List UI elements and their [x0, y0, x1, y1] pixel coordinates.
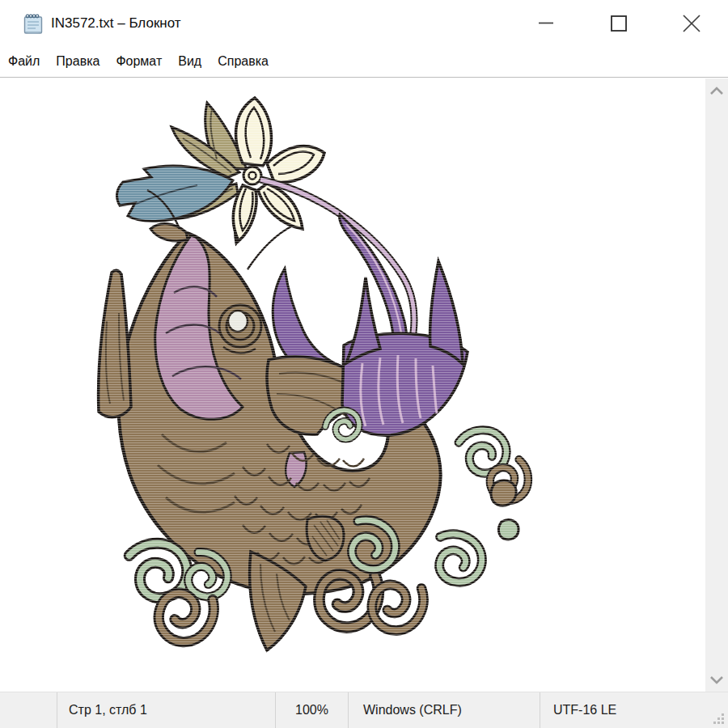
status-spacer: [0, 692, 57, 728]
window-controls: [510, 0, 728, 46]
status-line-ending-segment: Windows (CRLF): [348, 692, 540, 728]
menu-file[interactable]: Файл: [8, 54, 48, 69]
title-bar: IN3572.txt – Блокнот: [0, 0, 728, 46]
chevron-up-icon: [709, 87, 724, 95]
close-button[interactable]: [655, 0, 728, 46]
line-ending: Windows (CRLF): [363, 703, 462, 717]
notepad-window: IN3572.txt – Блокнот Файл Правка Формат …: [0, 0, 728, 728]
status-zoom-segment: 100%: [275, 692, 348, 728]
minimize-button[interactable]: [510, 0, 582, 46]
scroll-up-button[interactable]: [705, 80, 728, 101]
scanline-texture: [77, 83, 550, 688]
close-icon: [682, 14, 701, 33]
menu-help[interactable]: Справка: [210, 54, 277, 69]
chevron-down-icon: [709, 675, 724, 684]
maximize-button[interactable]: [582, 0, 655, 46]
status-encoding-segment: UTF-16 LE: [540, 692, 728, 728]
status-cursor-segment: Стр 1, стлб 1: [57, 692, 275, 728]
cursor-position: Стр 1, стлб 1: [69, 703, 147, 717]
menu-view[interactable]: Вид: [170, 54, 210, 69]
vertical-scrollbar[interactable]: [705, 78, 728, 692]
menu-edit[interactable]: Правка: [48, 54, 108, 69]
zoom-level: 100%: [295, 703, 328, 717]
menu-bar: Файл Правка Формат Вид Справка: [0, 46, 728, 78]
status-bar: Стр 1, стлб 1 100% Windows (CRLF) UTF-16…: [0, 692, 728, 728]
text-area[interactable]: [0, 78, 728, 692]
notepad-app-icon: [23, 12, 44, 35]
resize-grip-icon[interactable]: [712, 712, 725, 725]
maximize-icon: [610, 15, 628, 32]
encoding: UTF-16 LE: [553, 703, 616, 717]
scroll-down-button[interactable]: [705, 669, 728, 690]
window-title: IN3572.txt – Блокнот: [51, 15, 181, 32]
menu-format[interactable]: Формат: [108, 54, 170, 69]
koi-fish-artwork: [0, 78, 705, 692]
minimize-icon: [537, 15, 555, 32]
